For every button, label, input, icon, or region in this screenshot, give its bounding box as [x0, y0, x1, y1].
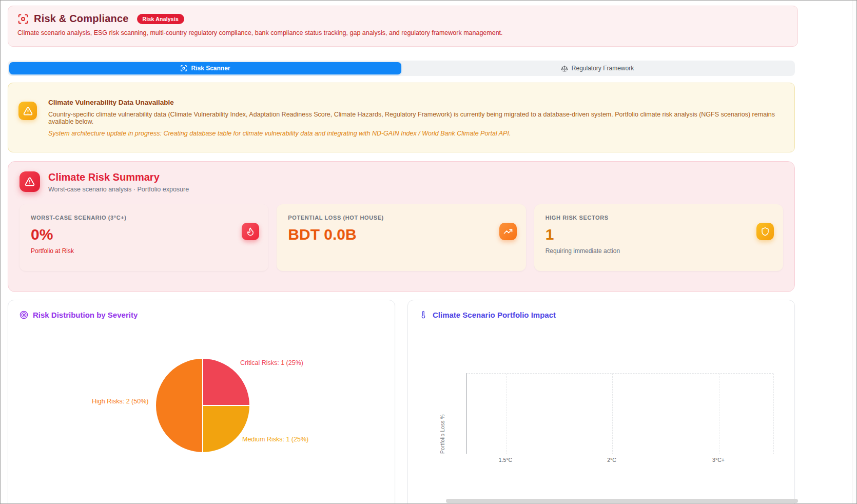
alert-triangle-icon: [20, 171, 40, 192]
banner-title: Climate Vulnerability Data Unavailable: [48, 99, 784, 106]
stat-value: BDT 0.0B: [288, 227, 514, 242]
scan-search-icon: [180, 65, 187, 72]
tab-label: Risk Scanner: [191, 65, 230, 72]
pie-slice-medium-risks: [203, 405, 250, 453]
pie-label-medium: Medium Risks: 1 (25%): [242, 436, 308, 443]
stat-sub: Portfolio at Risk: [31, 247, 257, 255]
risk-distribution-pie-chart: [154, 357, 251, 454]
gridline: [506, 374, 507, 454]
target-icon: [20, 311, 28, 319]
risk-distribution-panel: Risk Distribution by Severity Critical R…: [8, 300, 395, 504]
stat-card-potential-loss: POTENTIAL LOSS (HOT HOUSE) BDT 0.0B: [277, 204, 525, 271]
page-title: Risk & Compliance: [34, 13, 129, 25]
panel-title: Risk Distribution by Severity: [33, 311, 138, 319]
tab-bar: Risk Scanner Regulatory Framework: [8, 61, 795, 76]
impact-chart-ylabel: Portfolio Loss %: [440, 373, 445, 454]
horizontal-scrollbar-thumb[interactable]: [446, 499, 798, 503]
thermometer-icon: [419, 311, 428, 319]
vertical-scrollbar-rail[interactable]: [852, 1, 856, 503]
stat-value: 0%: [31, 227, 257, 242]
risk-analysis-badge: Risk Analysis: [137, 14, 185, 24]
stat-label: POTENTIAL LOSS (HOT HOUSE): [288, 215, 514, 221]
flame-icon: [242, 223, 259, 240]
main-content: Risk & Compliance Risk Analysis Climate …: [8, 6, 798, 504]
scales-icon: [561, 65, 568, 72]
stat-label: WORST-CASE SCENARIO (3°C+): [31, 215, 257, 221]
shield-icon: [756, 223, 774, 240]
impact-chart-xtick: 3°C+: [703, 457, 734, 463]
impact-chart-xtick: 2°C: [596, 457, 627, 463]
stat-card-high-risk-sectors: HIGH RISK SECTORS 1 Requiring immediate …: [534, 204, 783, 271]
scan-search-icon: [17, 13, 29, 25]
summary-subtitle: Worst-case scenario analysis · Portfolio…: [48, 186, 189, 193]
charts-row: Risk Distribution by Severity Critical R…: [8, 300, 795, 504]
tab-regulatory-framework[interactable]: Regulatory Framework: [401, 62, 793, 74]
risk-compliance-page: { "header": { "title": "Risk & Complianc…: [0, 0, 857, 504]
page-subtitle: Climate scenario analysis, ESG risk scan…: [17, 29, 788, 36]
panel-title: Climate Scenario Portfolio Impact: [433, 311, 556, 319]
pie-label-high: High Risks: 2 (50%): [92, 398, 148, 405]
pie-label-critical: Critical Risks: 1 (25%): [240, 359, 303, 366]
gridline: [719, 374, 719, 454]
climate-data-warning-banner: Climate Vulnerability Data Unavailable C…: [8, 83, 795, 152]
tab-label: Regulatory Framework: [572, 65, 634, 72]
impact-chart-plot-area: [466, 373, 773, 454]
stat-label: HIGH RISK SECTORS: [546, 215, 772, 221]
gridline: [773, 374, 774, 454]
trending-up-icon: [499, 223, 517, 240]
gridline: [612, 374, 613, 454]
climate-scenario-impact-panel: Climate Scenario Portfolio Impact Portfo…: [407, 300, 795, 504]
page-header: Risk & Compliance Risk Analysis Climate …: [8, 6, 798, 47]
stat-sub: Requiring immediate action: [546, 247, 772, 255]
banner-body: Country-specific climate vulnerability d…: [48, 111, 784, 125]
climate-risk-summary-panel: Climate Risk Summary Worst-case scenario…: [8, 161, 795, 292]
alert-triangle-icon: [18, 102, 37, 120]
stat-value: 1: [546, 227, 772, 242]
banner-note: System architecture update in progress: …: [48, 130, 784, 137]
impact-chart-xtick: 1.5°C: [490, 457, 521, 463]
tab-risk-scanner[interactable]: Risk Scanner: [9, 62, 401, 74]
pie-slice-high-risks: [155, 358, 203, 453]
summary-title: Climate Risk Summary: [48, 171, 189, 183]
stat-card-worst-case: WORST-CASE SCENARIO (3°C+) 0% Portfolio …: [20, 204, 268, 271]
